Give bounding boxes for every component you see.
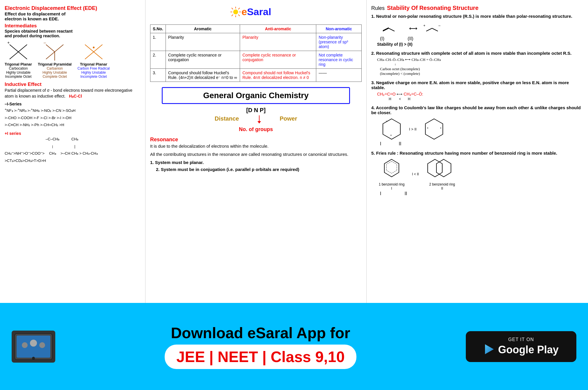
svg-text:eSaral: eSaral [241, 6, 271, 17]
hexagon-I-svg: + – [380, 117, 403, 141]
get-it-on-text: GET IT ON [475, 337, 568, 342]
svg-point-48 [30, 340, 37, 347]
aromatic-table: S.No. Aromatic Anti-aromatic Non-aromati… [150, 24, 362, 82]
rules-header: Rules Stability Of Resonating Structure [371, 5, 583, 11]
rule3-section: 3. Negative charge on more E.N. atom is … [371, 80, 583, 101]
svg-line-5 [46, 45, 55, 52]
svg-line-23 [232, 15, 233, 16]
rule5-text: 5. Fries rule : Resonating structure hav… [371, 151, 583, 156]
dnp-label: [D N P] [150, 107, 362, 114]
resonance-title: Resonance [150, 137, 362, 143]
rule4-section: 4. According to Coulomb's law like charg… [371, 105, 583, 147]
rule2-formula: CH₃–CH–Ö–CH₃ ⟷ CH₃–CH = Ö–CH₃ ↑ Carbon o… [377, 57, 583, 76]
th-sno: S.No. [150, 25, 166, 33]
left-column: Electronic Displacement Effect (EDE) Eff… [0, 0, 145, 303]
th-aromatic: Aromatic [166, 25, 240, 33]
svg-point-49 [39, 342, 45, 348]
svg-line-13 [94, 52, 102, 59]
carbocation-svg: + [7, 42, 30, 62]
label-I: (I) [380, 36, 384, 41]
svg-marker-50 [485, 344, 494, 354]
row3-aromatic: Compound should follow Huckel's Rule. (4… [166, 69, 240, 82]
goc-title: General Organic Chemistry [168, 91, 343, 100]
row2-no: 2. [150, 51, 166, 69]
row2-anti: Complete cyclic resonance or conjugation [240, 51, 316, 69]
dnp-section: [D N P] Distance Power [150, 107, 362, 133]
row1-non: Non-planarity (presence of sp³ atom) [316, 33, 362, 51]
rule1-structures: ⟷ + – [380, 21, 583, 36]
table-row: 3. Compound should follow Huckel's Rule.… [150, 69, 362, 82]
rule1-labels: (I) (II) [380, 36, 583, 41]
resonance-body: It is due to the delocalization of elect… [150, 143, 362, 173]
iplus-formula2: >CT₃>CD₃>CH₃>T>D>H [5, 158, 141, 163]
svg-marker-41 [386, 161, 397, 173]
svg-point-46 [32, 357, 35, 360]
inductive-body: Partial displacement of σ - bond electro… [5, 87, 141, 99]
rule2-section: 2. Resonating structure with complete oc… [371, 51, 583, 76]
svg-marker-26 [257, 121, 261, 123]
dnp-arrow [256, 115, 262, 124]
row2-aromatic: Complete cyclic resonance or conjugation [166, 51, 240, 69]
svg-line-11 [94, 45, 102, 52]
footer-center: Download eSaral App for JEE | NEET | Cla… [165, 324, 356, 369]
rule4-ineq: I > II [409, 127, 417, 131]
svg-line-22 [238, 8, 240, 9]
esaral-logo: eSaral [150, 5, 362, 20]
dnp-power: Power [280, 115, 297, 122]
svg-text:–: – [44, 42, 46, 45]
hexagon-II-svg: + + [422, 117, 446, 141]
google-play-text: Google Play [498, 344, 559, 356]
ede-title: Electronic Displacement Effect (EDE) [5, 5, 141, 11]
carbanion-svg: – [43, 42, 66, 62]
google-play-badge[interactable]: GET IT ON Google Play [466, 331, 576, 362]
rule4-structures: + – I > II + + [380, 117, 583, 141]
svg-line-28 [383, 28, 389, 31]
goc-box: General Organic Chemistry [162, 87, 350, 104]
row1-aromatic: Planarity [166, 33, 240, 51]
intermediates-body: Species obtained between reactantand pro… [5, 29, 141, 38]
table-row: 2. Complete cyclic resonance or conjugat… [150, 51, 362, 69]
svg-line-30 [426, 28, 432, 31]
iplus-title: +I series [5, 131, 141, 136]
svg-text:+: + [390, 134, 392, 137]
svg-point-14 [93, 47, 95, 48]
svg-line-27 [383, 28, 389, 31]
svg-line-29 [389, 28, 395, 31]
svg-line-0 [10, 45, 18, 52]
stability-title: Stability Of Resonating Structure [387, 5, 478, 11]
rule5-roman-labels: I II [380, 191, 583, 196]
th-nonaromatic: Non-aromatic [316, 25, 362, 33]
inductive-formula: H₃C-Cl [69, 94, 82, 98]
inductive-title: Inductive Effect [5, 82, 141, 87]
resonance-arrow-1: ⟷ [409, 25, 418, 32]
carbanion-item: – Trigonal Pyramidal Carbanion Highly Un… [38, 42, 72, 79]
label-II: (II) [408, 36, 413, 41]
svg-text:–: – [386, 119, 388, 122]
carbocation-item: + Trigonal Planar Carbocation Highly Uns… [5, 42, 32, 79]
row1-anti: Planarity [240, 33, 316, 51]
struct-II-svg: + – [423, 21, 447, 36]
free-radical-svg [82, 42, 105, 62]
svg-text:+: + [440, 126, 442, 130]
middle-column: eSaral S.No. Aromatic Anti-aromatic Non-… [145, 0, 367, 303]
svg-text:–: – [438, 24, 440, 28]
rule5-ineq: I < II [412, 172, 419, 176]
intermediates-title: Intermediates [5, 23, 141, 29]
iseries-title: –I-Series [5, 102, 141, 106]
svg-text:+: + [423, 24, 425, 28]
benzenoid-I-label: 1 benzenoid ring [377, 182, 406, 186]
svg-line-8 [46, 52, 55, 59]
ede-body: Effect due to displacement ofelectron is… [5, 11, 141, 21]
rule3-text: 3. Negative charge on more E.N. atom is … [371, 80, 583, 90]
iseries-text: +NF₃ >-+NR₃ >-+NH₃ >-NO₂ >-CN >-SO₃H >-C… [5, 106, 141, 129]
svg-marker-42 [428, 159, 442, 177]
rule5-structures: 1 benzenoid ring I I < II 2 benzenoid [377, 158, 583, 190]
rule1-section: 1. Neutral or non-polar resonating struc… [371, 14, 583, 47]
play-icon [484, 343, 495, 356]
structures-row: + Trigonal Planar Carbocation Highly Uns… [5, 42, 141, 79]
dnp-groups: No. of groups [150, 126, 362, 133]
svg-line-10 [85, 45, 94, 52]
rule2-text: 2. Resonating structure with complete oc… [371, 51, 583, 56]
svg-point-47 [22, 342, 28, 348]
svg-line-2 [10, 52, 18, 59]
